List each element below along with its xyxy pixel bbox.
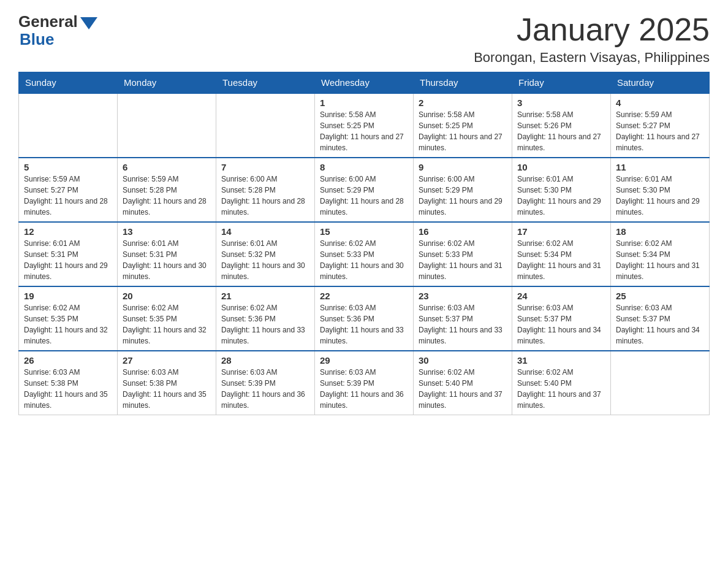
- day-number: 17: [517, 226, 605, 237]
- day-number: 6: [123, 162, 211, 172]
- day-number: 7: [221, 162, 309, 172]
- calendar-cell: [19, 93, 118, 158]
- day-info: Sunrise: 6:02 AM Sunset: 5:34 PM Dayligh…: [616, 238, 704, 282]
- logo-blue-text: Blue: [20, 30, 54, 49]
- calendar-cell: 12Sunrise: 6:01 AM Sunset: 5:31 PM Dayli…: [19, 222, 118, 286]
- day-number: 21: [221, 291, 309, 301]
- calendar-cell: 3Sunrise: 5:58 AM Sunset: 5:26 PM Daylig…: [512, 93, 611, 158]
- day-info: Sunrise: 6:03 AM Sunset: 5:37 PM Dayligh…: [616, 302, 704, 347]
- header-thursday: Thursday: [414, 72, 512, 94]
- day-info: Sunrise: 5:59 AM Sunset: 5:27 PM Dayligh…: [24, 174, 112, 218]
- day-info: Sunrise: 6:03 AM Sunset: 5:38 PM Dayligh…: [24, 367, 112, 411]
- day-number: 3: [517, 98, 605, 108]
- calendar-title: January 2025: [474, 12, 710, 47]
- day-number: 13: [123, 226, 211, 237]
- calendar-cell: [118, 93, 216, 158]
- header-sunday: Sunday: [19, 72, 118, 94]
- day-info: Sunrise: 6:03 AM Sunset: 5:37 PM Dayligh…: [419, 302, 507, 347]
- calendar-cell: 8Sunrise: 6:00 AM Sunset: 5:29 PM Daylig…: [315, 158, 414, 222]
- header-tuesday: Tuesday: [216, 72, 315, 94]
- day-number: 23: [419, 291, 507, 301]
- day-number: 4: [616, 98, 704, 108]
- day-info: Sunrise: 6:00 AM Sunset: 5:29 PM Dayligh…: [320, 174, 408, 218]
- day-info: Sunrise: 6:03 AM Sunset: 5:38 PM Dayligh…: [123, 367, 211, 411]
- day-info: Sunrise: 6:03 AM Sunset: 5:36 PM Dayligh…: [320, 302, 408, 347]
- day-number: 11: [616, 162, 704, 172]
- day-info: Sunrise: 5:58 AM Sunset: 5:26 PM Dayligh…: [517, 109, 605, 153]
- calendar-cell: 30Sunrise: 6:02 AM Sunset: 5:40 PM Dayli…: [414, 351, 512, 415]
- day-number: 27: [123, 355, 211, 366]
- header-monday: Monday: [118, 72, 216, 94]
- day-info: Sunrise: 6:02 AM Sunset: 5:34 PM Dayligh…: [517, 238, 605, 282]
- calendar-cell: 13Sunrise: 6:01 AM Sunset: 5:31 PM Dayli…: [118, 222, 216, 286]
- calendar-week-row: 5Sunrise: 5:59 AM Sunset: 5:27 PM Daylig…: [19, 158, 710, 222]
- day-info: Sunrise: 5:58 AM Sunset: 5:25 PM Dayligh…: [419, 109, 507, 153]
- day-number: 5: [24, 162, 112, 172]
- page-header: General Blue January 2025 Borongan, East…: [18, 12, 710, 66]
- logo-triangle-icon: [80, 17, 97, 29]
- calendar-cell: 27Sunrise: 6:03 AM Sunset: 5:38 PM Dayli…: [118, 351, 216, 415]
- calendar-cell: 24Sunrise: 6:03 AM Sunset: 5:37 PM Dayli…: [512, 286, 611, 351]
- day-info: Sunrise: 6:01 AM Sunset: 5:30 PM Dayligh…: [517, 174, 605, 218]
- day-info: Sunrise: 6:03 AM Sunset: 5:39 PM Dayligh…: [320, 367, 408, 411]
- calendar-week-row: 26Sunrise: 6:03 AM Sunset: 5:38 PM Dayli…: [19, 351, 710, 415]
- calendar-cell: 18Sunrise: 6:02 AM Sunset: 5:34 PM Dayli…: [611, 222, 710, 286]
- title-section: January 2025 Borongan, Eastern Visayas, …: [474, 12, 710, 66]
- day-info: Sunrise: 6:02 AM Sunset: 5:40 PM Dayligh…: [419, 367, 507, 411]
- calendar-cell: 25Sunrise: 6:03 AM Sunset: 5:37 PM Dayli…: [611, 286, 710, 351]
- logo: General Blue: [18, 12, 97, 49]
- day-number: 10: [517, 162, 605, 172]
- day-number: 2: [419, 98, 507, 108]
- day-number: 15: [320, 226, 408, 237]
- day-number: 20: [123, 291, 211, 301]
- day-info: Sunrise: 6:02 AM Sunset: 5:35 PM Dayligh…: [24, 302, 112, 347]
- calendar-cell: 22Sunrise: 6:03 AM Sunset: 5:36 PM Dayli…: [315, 286, 414, 351]
- calendar-cell: 17Sunrise: 6:02 AM Sunset: 5:34 PM Dayli…: [512, 222, 611, 286]
- calendar-cell: 16Sunrise: 6:02 AM Sunset: 5:33 PM Dayli…: [414, 222, 512, 286]
- calendar-cell: 9Sunrise: 6:00 AM Sunset: 5:29 PM Daylig…: [414, 158, 512, 222]
- day-number: 25: [616, 291, 704, 301]
- day-number: 8: [320, 162, 408, 172]
- day-info: Sunrise: 6:02 AM Sunset: 5:33 PM Dayligh…: [419, 238, 507, 282]
- calendar-cell: 23Sunrise: 6:03 AM Sunset: 5:37 PM Dayli…: [414, 286, 512, 351]
- day-number: 28: [221, 355, 309, 366]
- day-info: Sunrise: 6:03 AM Sunset: 5:37 PM Dayligh…: [517, 302, 605, 347]
- calendar-cell: 26Sunrise: 6:03 AM Sunset: 5:38 PM Dayli…: [19, 351, 118, 415]
- calendar-cell: 1Sunrise: 5:58 AM Sunset: 5:25 PM Daylig…: [315, 93, 414, 158]
- calendar-header-row: SundayMondayTuesdayWednesdayThursdayFrid…: [19, 72, 710, 94]
- day-number: 26: [24, 355, 112, 366]
- calendar-cell: 4Sunrise: 5:59 AM Sunset: 5:27 PM Daylig…: [611, 93, 710, 158]
- day-number: 14: [221, 226, 309, 237]
- day-info: Sunrise: 5:59 AM Sunset: 5:27 PM Dayligh…: [616, 109, 704, 153]
- day-info: Sunrise: 5:59 AM Sunset: 5:28 PM Dayligh…: [123, 174, 211, 218]
- day-number: 22: [320, 291, 408, 301]
- header-wednesday: Wednesday: [315, 72, 414, 94]
- calendar-cell: 14Sunrise: 6:01 AM Sunset: 5:32 PM Dayli…: [216, 222, 315, 286]
- calendar-week-row: 1Sunrise: 5:58 AM Sunset: 5:25 PM Daylig…: [19, 93, 710, 158]
- calendar-cell: 20Sunrise: 6:02 AM Sunset: 5:35 PM Dayli…: [118, 286, 216, 351]
- calendar-table: SundayMondayTuesdayWednesdayThursdayFrid…: [18, 72, 710, 415]
- day-info: Sunrise: 6:01 AM Sunset: 5:31 PM Dayligh…: [123, 238, 211, 282]
- calendar-cell: [216, 93, 315, 158]
- day-info: Sunrise: 6:02 AM Sunset: 5:40 PM Dayligh…: [517, 367, 605, 411]
- day-number: 29: [320, 355, 408, 366]
- calendar-cell: 11Sunrise: 6:01 AM Sunset: 5:30 PM Dayli…: [611, 158, 710, 222]
- calendar-subtitle: Borongan, Eastern Visayas, Philippines: [474, 50, 710, 66]
- day-number: 30: [419, 355, 507, 366]
- day-number: 9: [419, 162, 507, 172]
- calendar-cell: 6Sunrise: 5:59 AM Sunset: 5:28 PM Daylig…: [118, 158, 216, 222]
- day-number: 12: [24, 226, 112, 237]
- header-saturday: Saturday: [611, 72, 710, 94]
- header-friday: Friday: [512, 72, 611, 94]
- day-info: Sunrise: 5:58 AM Sunset: 5:25 PM Dayligh…: [320, 109, 408, 153]
- day-info: Sunrise: 6:01 AM Sunset: 5:32 PM Dayligh…: [221, 238, 309, 282]
- calendar-cell: 19Sunrise: 6:02 AM Sunset: 5:35 PM Dayli…: [19, 286, 118, 351]
- calendar-cell: 15Sunrise: 6:02 AM Sunset: 5:33 PM Dayli…: [315, 222, 414, 286]
- day-number: 31: [517, 355, 605, 366]
- day-info: Sunrise: 6:00 AM Sunset: 5:28 PM Dayligh…: [221, 174, 309, 218]
- calendar-cell: 21Sunrise: 6:02 AM Sunset: 5:36 PM Dayli…: [216, 286, 315, 351]
- calendar-cell: 7Sunrise: 6:00 AM Sunset: 5:28 PM Daylig…: [216, 158, 315, 222]
- day-info: Sunrise: 6:03 AM Sunset: 5:39 PM Dayligh…: [221, 367, 309, 411]
- calendar-cell: 31Sunrise: 6:02 AM Sunset: 5:40 PM Dayli…: [512, 351, 611, 415]
- calendar-week-row: 12Sunrise: 6:01 AM Sunset: 5:31 PM Dayli…: [19, 222, 710, 286]
